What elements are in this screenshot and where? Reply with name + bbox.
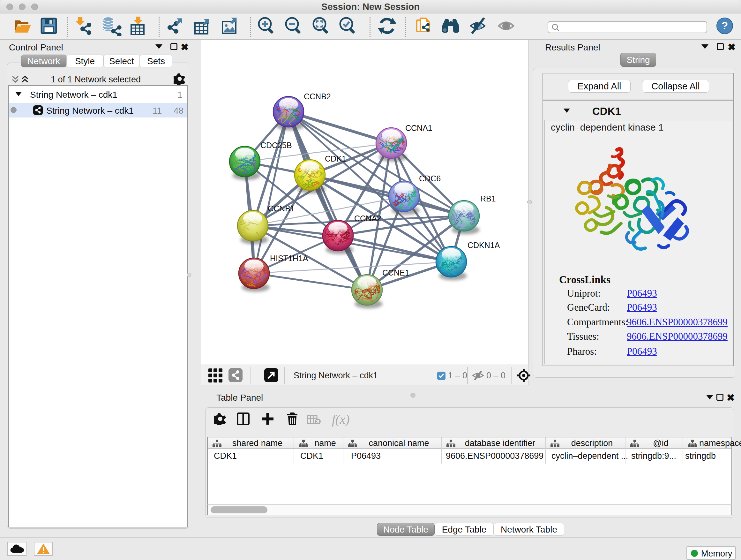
svg-text:CDKN1A: CDKN1A [468,241,500,250]
svg-text:CCNE1: CCNE1 [382,268,409,277]
svg-text:CCNB2: CCNB2 [304,92,331,101]
svg-text:CCNB1: CCNB1 [268,204,295,213]
svg-text:CCNA2: CCNA2 [354,214,381,223]
svg-text:CDK1: CDK1 [325,154,346,163]
svg-text:HIST1H1A: HIST1H1A [270,254,308,263]
svg-text:CCNA1: CCNA1 [405,124,432,132]
svg-text:CDC25B: CDC25B [260,141,292,150]
svg-text:CDC6: CDC6 [419,174,441,183]
svg-text:?: ? [722,19,728,32]
svg-text:RB1: RB1 [480,194,496,203]
